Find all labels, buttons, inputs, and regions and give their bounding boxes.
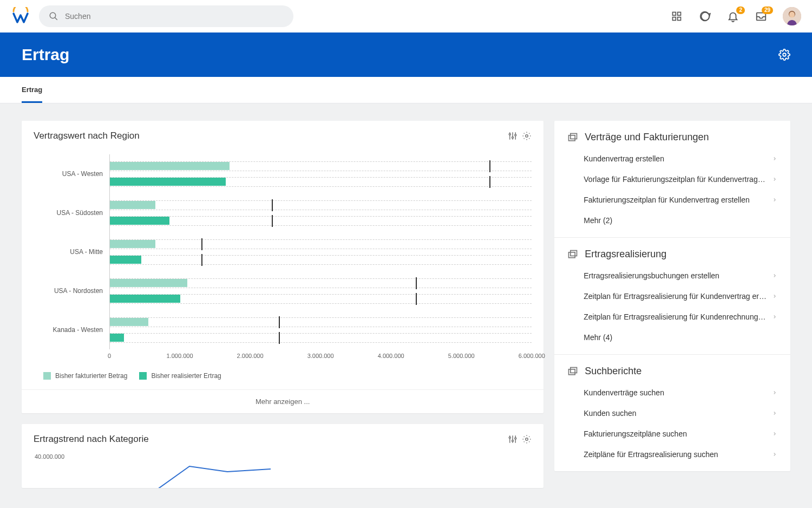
- svg-rect-25: [569, 135, 575, 140]
- worklet-title: Verträge und Fakturierungen: [585, 132, 709, 143]
- bar-realisiert[interactable]: [110, 217, 169, 225]
- chart-row: USA - Westen: [34, 154, 532, 193]
- chevron-right-icon: [772, 389, 777, 396]
- worklet-item-label: Kundenvertrag erstellen: [567, 154, 670, 163]
- worklet-item-label: Kunden suchen: [567, 409, 641, 418]
- chevron-right-icon: [772, 451, 777, 458]
- bar-realisiert[interactable]: [110, 334, 124, 342]
- actions-card: Verträge und FakturierungenKundenvertrag…: [554, 121, 790, 471]
- target-tick: [201, 254, 202, 266]
- svg-point-17: [526, 135, 528, 138]
- worklet-title: Ertragsrealisierung: [585, 249, 666, 260]
- legend-1: Bisher fakturierter Betrag: [55, 372, 127, 380]
- worklet-item[interactable]: Kunden suchen: [567, 403, 777, 424]
- worklet-item-label: Fakturierungszeitpläne suchen: [567, 429, 692, 438]
- target-tick: [489, 160, 490, 172]
- notifications-icon[interactable]: 2: [726, 10, 739, 23]
- legend-2: Bisher realisierter Ertrag: [151, 372, 221, 380]
- search-box[interactable]: [39, 5, 293, 27]
- card-title: Ertragstrend nach Kategorie: [34, 434, 502, 445]
- bar-fakturiert[interactable]: [110, 162, 230, 170]
- target-tick: [416, 277, 417, 289]
- avatar[interactable]: [783, 7, 801, 25]
- target-tick: [279, 316, 280, 328]
- gear-icon[interactable]: [522, 131, 532, 141]
- worklet-item[interactable]: Fakturierungszeitpläne suchen: [567, 424, 777, 444]
- x-tick: 5.000.000: [448, 353, 475, 359]
- card-ertragstrend: Ertragstrend nach Kategorie 40.000.000: [22, 424, 543, 488]
- bar-realisiert[interactable]: [110, 295, 180, 303]
- chart-config-icon[interactable]: [508, 131, 518, 141]
- worklet-more-label: Mehr (2): [567, 216, 618, 225]
- worklet-item[interactable]: Vorlage für Fakturierungszeitplan für Ku…: [567, 169, 777, 190]
- worklet-item[interactable]: Zeitpläne für Ertragsrealisierung suchen: [567, 444, 777, 465]
- tab-ertrag[interactable]: Ertrag: [22, 77, 42, 103]
- worklet-item[interactable]: Kundenvertrag erstellen: [567, 148, 777, 169]
- svg-point-10: [783, 53, 786, 56]
- worklet-item[interactable]: Fakturierungszeitplan für Kundenvertrag …: [567, 190, 777, 210]
- search-input[interactable]: [64, 11, 284, 21]
- x-tick: 4.000.000: [378, 353, 404, 359]
- apps-icon[interactable]: [670, 10, 683, 23]
- app-logo-icon[interactable]: [11, 6, 30, 26]
- svg-rect-4: [673, 17, 676, 21]
- card-title: Vertragswert nach Region: [34, 131, 502, 141]
- worklet-item[interactable]: Zeitplan für Ertragsrealisierung für Kun…: [567, 307, 777, 327]
- bar-track: [109, 232, 532, 271]
- card-vertragswert: Vertragswert nach Region USA - WestenUSA…: [22, 121, 543, 413]
- chart-config-icon[interactable]: [508, 434, 518, 444]
- svg-line-1: [55, 17, 57, 20]
- x-tick: 1.000.000: [167, 353, 193, 359]
- worklet-item-label: Zeitplan für Ertragsrealisierung für Kun…: [567, 312, 771, 321]
- svg-point-0: [50, 12, 56, 18]
- x-axis: 01.000.0002.000.0003.000.0004.000.0005.0…: [109, 353, 532, 363]
- target-tick: [272, 199, 273, 211]
- svg-rect-28: [571, 250, 577, 256]
- worklet-more[interactable]: Mehr (2): [567, 210, 777, 231]
- bar-realisiert[interactable]: [110, 256, 141, 264]
- inbox-icon[interactable]: 29: [755, 10, 768, 23]
- chat-icon[interactable]: [698, 10, 711, 23]
- chevron-right-icon: [772, 292, 777, 300]
- bar-track: [109, 271, 532, 310]
- worklet-item-label: Fakturierungszeitplan für Kundenvertrag …: [567, 196, 755, 204]
- chart-b-tick: 40.000.000: [35, 453, 64, 460]
- settings-icon[interactable]: [778, 49, 790, 61]
- chevron-right-icon: [772, 430, 777, 438]
- bar-realisiert[interactable]: [110, 178, 226, 186]
- worklet-item[interactable]: Kundenverträge suchen: [567, 382, 777, 403]
- worklet-item[interactable]: Zeitplan für Ertragsrealisierung für Kun…: [567, 286, 777, 307]
- bar-fakturiert[interactable]: [110, 201, 155, 209]
- worklet: SuchberichteKundenverträge suchenKunden …: [554, 354, 790, 471]
- page-header: Ertrag: [0, 32, 812, 77]
- worklet-item-label: Kundenverträge suchen: [567, 388, 670, 397]
- chart-row: USA - Nordosten: [34, 271, 532, 310]
- worklet-more[interactable]: Mehr (4): [567, 327, 777, 348]
- notifications-badge: 2: [736, 6, 745, 14]
- tabstrip: Ertrag: [0, 77, 812, 103]
- x-tick: 0: [108, 353, 111, 359]
- worklet-item[interactable]: Ertragsrealisierungsbuchungen erstellen: [567, 265, 777, 286]
- target-tick: [272, 215, 273, 227]
- worklet-title: Suchberichte: [585, 366, 641, 377]
- bar-fakturiert[interactable]: [110, 279, 187, 287]
- worklet-icon: [567, 132, 578, 143]
- svg-rect-26: [571, 133, 577, 139]
- gear-icon[interactable]: [522, 434, 532, 444]
- inbox-badge: 29: [762, 6, 773, 14]
- svg-rect-30: [571, 367, 577, 373]
- svg-rect-29: [569, 369, 575, 374]
- worklet: ErtragsrealisierungErtragsrealisierungsb…: [554, 237, 790, 354]
- page-title: Ertrag: [22, 45, 69, 64]
- chart-row: USA - Südosten: [34, 193, 532, 232]
- svg-point-24: [526, 438, 528, 441]
- bar-fakturiert[interactable]: [110, 318, 148, 326]
- chevron-right-icon: [772, 313, 777, 321]
- chart-vertragswert: USA - WestenUSA - SüdostenUSA - MitteUSA…: [34, 149, 532, 363]
- chevron-right-icon: [772, 155, 777, 162]
- svg-rect-27: [569, 252, 575, 257]
- x-tick: 2.000.000: [237, 353, 264, 359]
- bar-fakturiert[interactable]: [110, 240, 155, 248]
- chevron-right-icon: [772, 196, 777, 204]
- show-more-link[interactable]: Mehr anzeigen ...: [22, 389, 543, 413]
